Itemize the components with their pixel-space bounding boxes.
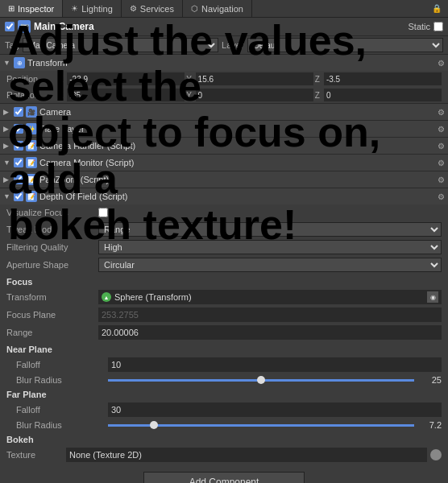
inspector-icon: ⊞ (8, 4, 15, 13)
pan-zoom-icon: 📝 (26, 174, 37, 185)
inspector-content[interactable]: ▼ ⊕ Transform ⚙ Position X Y Z (0, 55, 448, 483)
object-icon: 📷 (18, 20, 31, 33)
focus-transform-label: Transform (6, 292, 95, 302)
far-falloff-input[interactable] (108, 402, 442, 417)
pan-zoom-component: ▶ 📝 PanZoom (Script) ⚙ (0, 171, 448, 188)
transform-settings-icon[interactable]: ⚙ (438, 59, 445, 68)
camera-monitor-component: ▼ 📝 Camera Monitor (Script) ⚙ (0, 155, 448, 171)
object-header: 📷 Main Camera Static (0, 18, 448, 36)
camera-monitor-header[interactable]: ▼ 📝 Camera Monitor (Script) ⚙ (0, 155, 448, 171)
aperture-shape-label: Aperture Shape (6, 260, 95, 270)
camera-name: Camera (39, 107, 435, 117)
camera-handler-name: Camera Handler (Script) (39, 141, 435, 151)
range-label: Range (6, 328, 95, 337)
transform-component: ▼ ⊕ Transform ⚙ Position X Y Z (0, 55, 448, 104)
focus-transform-field[interactable]: ▲ Sphere (Transform) ◉ (98, 290, 442, 304)
near-blur-radius-value: 25 (417, 375, 442, 385)
rotation-x[interactable] (67, 89, 185, 101)
tab-bar: ⊞ Inspector ☀ Lighting ⚙ Services ⬡ Navi… (0, 0, 448, 18)
dof-name: Depth Of Field (Script) (39, 192, 435, 201)
transform-expand-icon: ▼ (3, 59, 11, 67)
pan-zoom-header[interactable]: ▶ 📝 PanZoom (Script) ⚙ (0, 171, 448, 188)
flare-icon: ✨ (26, 123, 37, 134)
filtering-quality-label: Filtering Quality (6, 242, 95, 252)
filtering-quality-row: Filtering Quality High (0, 238, 448, 256)
far-blur-radius-slider[interactable] (108, 424, 414, 427)
near-falloff-label: Falloff (16, 360, 105, 369)
focus-plane-row: Focus Plane (0, 306, 448, 324)
pan-zoom-settings-icon[interactable]: ⚙ (438, 175, 445, 184)
transform-header[interactable]: ▼ ⊕ Transform ⚙ (0, 55, 448, 71)
dof-header[interactable]: ▼ 📝 Depth Of Field (Script) ⚙ (0, 188, 448, 204)
camera-monitor-settings-icon[interactable]: ⚙ (438, 159, 445, 167)
camera-handler-settings-icon[interactable]: ⚙ (438, 142, 445, 151)
tab-navigation[interactable]: ⬡ Navigation (183, 0, 252, 17)
camera-handler-header[interactable]: ▶ 📝 Camera Handler (Script) ⚙ (0, 138, 448, 154)
dof-checkbox[interactable] (14, 192, 23, 201)
tag-select[interactable]: MainCamera (23, 38, 218, 52)
focus-transform-pick-button[interactable]: ◉ (427, 291, 438, 303)
range-row: Range (0, 324, 448, 341)
camera-handler-expand-icon: ▶ (3, 142, 11, 150)
add-component-button[interactable]: Add Component (143, 472, 305, 483)
near-blur-radius-label: Blur Radius (16, 375, 105, 385)
far-blur-radius-row: Blur Radius 7.2 (0, 419, 448, 431)
flare-settings-icon[interactable]: ⚙ (438, 125, 445, 134)
lighting-icon: ☀ (71, 4, 78, 13)
dof-component: ▼ 📝 Depth Of Field (Script) ⚙ Visualize … (0, 188, 448, 483)
rotation-label: Rotation (6, 90, 55, 100)
static-checkbox[interactable] (433, 22, 443, 31)
position-x[interactable] (67, 72, 185, 85)
sphere-icon: ▲ (102, 292, 111, 302)
camera-monitor-icon: 📝 (26, 157, 37, 168)
layer-label: Layer (222, 40, 244, 50)
pan-zoom-name: PanZoom (Script) (39, 175, 435, 184)
visualize-focus-checkbox[interactable] (98, 208, 108, 217)
focus-transform-row: Transform ▲ Sphere (Transform) ◉ (0, 288, 448, 306)
position-z[interactable] (324, 72, 442, 85)
camera-settings-icon[interactable]: ⚙ (438, 108, 445, 117)
bokeh-texture-pick-button[interactable] (430, 449, 442, 460)
focus-plane-input[interactable] (98, 308, 442, 322)
tab-inspector[interactable]: ⊞ Inspector (0, 0, 63, 17)
bokeh-texture-field: None (Texture 2D) (66, 448, 427, 462)
layer-select[interactable]: Default (247, 38, 443, 52)
near-blur-radius-slider[interactable] (108, 379, 414, 382)
flare-name: Flare Layer (39, 124, 435, 134)
camera-header[interactable]: ▶ 🎥 Camera ⚙ (0, 104, 448, 120)
tweak-mode-select[interactable]: Range (98, 222, 442, 237)
tag-layer-row: Tag MainCamera Layer Default (0, 36, 448, 55)
camera-monitor-checkbox[interactable] (14, 158, 23, 167)
object-active-checkbox[interactable] (5, 22, 15, 31)
transform-icon: ⊕ (14, 57, 25, 68)
dof-settings-icon[interactable]: ⚙ (438, 192, 445, 201)
camera-handler-component: ▶ 📝 Camera Handler (Script) ⚙ (0, 138, 448, 155)
tweak-mode-label: Tweak Mode (6, 225, 95, 234)
near-plane-section-title: Near Plane (0, 341, 448, 356)
pan-zoom-checkbox[interactable] (14, 175, 23, 184)
tag-label: Tag (5, 40, 19, 50)
position-fields: X Y Z (58, 72, 442, 85)
aperture-shape-row: Aperture Shape Circular (0, 256, 448, 274)
position-label: Position (6, 74, 55, 84)
far-plane-section-title: Far Plane (0, 386, 448, 401)
tab-services[interactable]: ⚙ Services (122, 0, 183, 17)
position-y[interactable] (196, 72, 313, 85)
camera-handler-checkbox[interactable] (14, 141, 23, 151)
lock-button[interactable]: 🔒 (425, 0, 448, 17)
filtering-quality-select[interactable]: High (98, 240, 442, 254)
rotation-fields: X Y Z (58, 89, 442, 101)
tab-lighting[interactable]: ☀ Lighting (63, 0, 122, 17)
camera-checkbox[interactable] (14, 107, 23, 117)
flare-layer-header[interactable]: ▶ ✨ Flare Layer ⚙ (0, 121, 448, 137)
range-input[interactable] (98, 325, 442, 340)
rotation-z[interactable] (324, 89, 442, 101)
rotation-y[interactable] (196, 89, 313, 101)
transform-name: Transform (27, 58, 435, 68)
flare-checkbox[interactable] (14, 124, 23, 134)
near-falloff-input[interactable] (108, 357, 442, 372)
bokeh-texture-row: Texture None (Texture 2D) (0, 446, 448, 464)
aperture-shape-select[interactable]: Circular (98, 258, 442, 272)
far-blur-radius-label: Blur Radius (16, 420, 105, 430)
visualize-focus-row: Visualize Focus (0, 204, 448, 221)
